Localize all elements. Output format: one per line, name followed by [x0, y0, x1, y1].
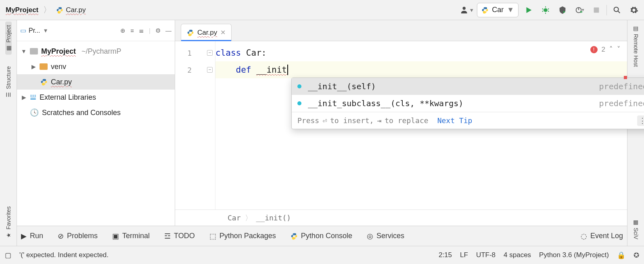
- bottom-toolbar: ▶Run ⊘Problems ▣Terminal ☲TODO ⬚Python P…: [17, 226, 627, 246]
- problems-indicator[interactable]: ! 2 ˄ ˅: [590, 45, 621, 54]
- kebab-menu-icon[interactable]: ⋮: [637, 115, 644, 126]
- completion-item[interactable]: __init_subclass__(cls, **kwargs) predefi…: [292, 95, 644, 112]
- python-file-icon: [40, 78, 48, 86]
- python-icon: [291, 233, 298, 240]
- chevron-up-icon[interactable]: ˄: [609, 45, 613, 54]
- svg-point-0: [59, 8, 59, 8]
- chevron-right-icon: ▶: [21, 94, 27, 101]
- completion-popup: __init__(self) predefined __init_subclas…: [291, 78, 644, 129]
- svg-point-3: [544, 8, 547, 12]
- status-bar: ▢ '(' expected. Indent expected. 2:15 LF…: [0, 246, 644, 264]
- star-icon: ★: [5, 233, 12, 238]
- status-indent[interactable]: 4 spaces: [504, 251, 531, 259]
- run-config-selector[interactable]: Car ▼: [477, 3, 519, 17]
- tab-favorites[interactable]: ★Favorites: [5, 203, 12, 242]
- project-panel: ▭ Pr... ⊕ ≡ ≣ | ⚙ — ▼ MyProject ~/Pychar…: [17, 20, 175, 226]
- tree-file-car[interactable]: Car.py: [17, 74, 175, 90]
- code-area[interactable]: 1− 2− class Car: def __init __init__(sel…: [175, 41, 627, 210]
- lock-icon[interactable]: 🔒: [617, 251, 625, 260]
- tree-root[interactable]: ▼ MyProject ~/PycharmP: [17, 44, 175, 59]
- run-button[interactable]: [522, 3, 535, 17]
- toolbar-right: ▾ Car ▼ ▾: [460, 3, 641, 17]
- tab-python-console[interactable]: Python Console: [291, 232, 352, 240]
- tab-run[interactable]: ▶Run: [21, 232, 43, 241]
- folder-icon: [30, 48, 38, 54]
- project-panel-header: ▭ Pr... ⊕ ≡ ≣ | ⚙ —: [17, 20, 175, 41]
- structure-icon: ☰: [5, 92, 12, 97]
- gutter: 1− 2−: [175, 41, 215, 210]
- next-tip-link[interactable]: Next Tip: [437, 116, 473, 125]
- breadcrumbs: MyProject 〉 Car.py: [3, 4, 88, 16]
- completion-bullet-icon: [297, 101, 301, 105]
- tree-venv[interactable]: ▶ venv: [17, 59, 175, 74]
- play-icon: ▶: [21, 232, 27, 241]
- locate-icon[interactable]: ⊕: [120, 27, 125, 34]
- profile-button[interactable]: ▾: [573, 3, 586, 17]
- status-caret-position[interactable]: 2:15: [439, 251, 452, 259]
- collapse-all-icon[interactable]: ≣: [139, 27, 144, 34]
- close-tab-icon[interactable]: ✕: [220, 29, 226, 36]
- text-caret: [287, 65, 288, 75]
- server-icon: ▤: [633, 25, 639, 31]
- settings-icon[interactable]: [627, 3, 641, 17]
- services-icon: ◎: [367, 232, 373, 241]
- left-toolstrip: ▦Project ☰Structure ★Favorites: [0, 20, 17, 246]
- editor-tabs: Car.py ✕: [175, 20, 627, 41]
- breadcrumb-class[interactable]: Car: [228, 214, 241, 222]
- tree-external-libraries[interactable]: ▶ 𝍎 External Libraries: [17, 90, 175, 105]
- ide-status-icon[interactable]: ✪: [634, 251, 639, 260]
- status-message: '(' expected. Indent expected.: [19, 251, 109, 259]
- tab-python-packages[interactable]: ⬚Python Packages: [209, 232, 276, 241]
- tab-sciview[interactable]: ▦SciV: [633, 216, 639, 242]
- tab-project[interactable]: ▦Project: [5, 22, 12, 55]
- project-panel-title[interactable]: ▭ Pr...: [20, 27, 47, 34]
- chevron-down-icon: ▼: [21, 48, 27, 54]
- editor-tab-car[interactable]: Car.py ✕: [181, 24, 232, 41]
- status-line-separator[interactable]: LF: [460, 251, 468, 259]
- tree-scratches[interactable]: ▶ 🕓 Scratches and Consoles: [17, 105, 175, 120]
- tab-todo[interactable]: ☲TODO: [164, 232, 195, 241]
- chevron-right-icon: ▶: [31, 63, 36, 70]
- coverage-button[interactable]: [556, 3, 569, 17]
- tab-key-icon: ⇥: [377, 116, 381, 125]
- breadcrumb-method[interactable]: __init(): [256, 214, 291, 222]
- user-icon[interactable]: ▾: [460, 3, 474, 17]
- code-content[interactable]: class Car: def __init __init__(self) pre…: [215, 41, 627, 210]
- breadcrumb-file[interactable]: Car.py: [54, 4, 88, 16]
- search-icon[interactable]: [610, 3, 624, 17]
- error-stripe[interactable]: [624, 76, 627, 79]
- enter-key-icon: ⏎: [322, 116, 327, 125]
- panel-settings-icon[interactable]: ⚙: [155, 27, 161, 34]
- tab-structure[interactable]: ☰Structure: [5, 63, 12, 101]
- terminal-icon: ▣: [112, 232, 119, 241]
- error-icon: !: [590, 46, 598, 53]
- completion-item[interactable]: __init__(self) predefined: [292, 78, 644, 95]
- tab-event-log[interactable]: ◌Event Log: [581, 232, 623, 241]
- status-interpreter[interactable]: Python 3.6 (MyProject): [539, 251, 609, 259]
- sciview-icon: ▦: [633, 219, 639, 225]
- tab-terminal[interactable]: ▣Terminal: [112, 232, 150, 241]
- fold-icon[interactable]: −: [207, 67, 213, 73]
- project-icon: ▦: [5, 46, 12, 51]
- chevron-down-icon[interactable]: ˅: [617, 45, 621, 54]
- right-toolstrip: ▤Remote Host 🛢Database ▦SciV: [627, 20, 644, 246]
- debug-button[interactable]: [539, 3, 552, 17]
- tab-services[interactable]: ◎Services: [367, 232, 404, 241]
- completion-bullet-icon: [297, 84, 301, 88]
- status-encoding[interactable]: UTF-8: [476, 251, 496, 259]
- python-file-icon: [187, 29, 194, 36]
- tab-problems[interactable]: ⊘Problems: [58, 232, 98, 241]
- hide-panel-icon[interactable]: —: [165, 27, 171, 34]
- folder-icon: [40, 63, 48, 70]
- breadcrumb-project[interactable]: MyProject: [3, 4, 41, 16]
- svg-point-2: [463, 6, 466, 9]
- window-icon: ▭: [20, 27, 26, 34]
- tab-remote-host[interactable]: ▤Remote Host: [633, 23, 639, 69]
- svg-rect-5: [594, 7, 599, 13]
- status-quicklist-icon[interactable]: ▢: [5, 251, 11, 260]
- editor: Car.py ✕ 1− 2− class Car: def __init __i…: [175, 20, 627, 226]
- stop-button[interactable]: [590, 3, 603, 17]
- python-file-icon: [56, 6, 63, 14]
- expand-all-icon[interactable]: ≡: [130, 27, 134, 34]
- fold-icon[interactable]: −: [207, 50, 213, 56]
